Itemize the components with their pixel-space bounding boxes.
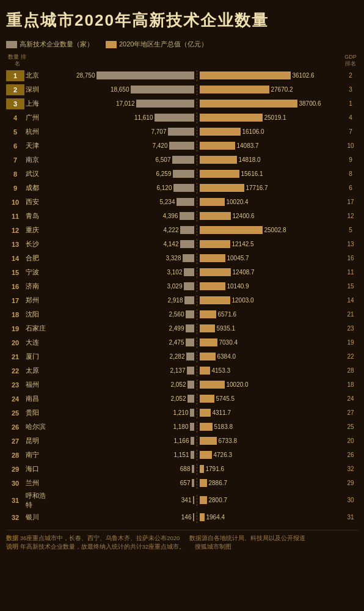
table-row: 7 南京 6,507 14818.0 9 [6, 154, 358, 166]
tech-bar [184, 282, 194, 290]
bars-section: 1,210 4311.7 [50, 408, 343, 419]
tech-value: 2,282 [162, 353, 185, 360]
table-row: 9 成都 6,120 17716.7 6 [6, 182, 358, 194]
bars-section: 688 1791.6 [50, 464, 343, 475]
gdp-value: 14083.7 [237, 142, 259, 149]
legend-right: 2020年地区生产总值（亿元） [106, 40, 208, 49]
bar-right-section: 10045.7 [197, 254, 344, 262]
tech-bar [186, 353, 194, 360]
gdp-rank: 23 [343, 325, 358, 332]
bars-section: 2,282 6384.0 [50, 351, 343, 362]
bar-left-section: 6,259 [50, 170, 197, 178]
tech-value: 6,120 [149, 185, 172, 191]
tech-bar [193, 513, 194, 521]
gdp-bar [200, 254, 225, 262]
bar-left-section: 2,282 [50, 353, 197, 360]
table-row: 15 宁波 3,102 12408.7 11 [6, 266, 358, 279]
gdp-bar [200, 409, 211, 417]
gdp-value: 5745.5 [216, 395, 235, 402]
city-name: 银川 [26, 513, 50, 522]
city-name: 杭州 [26, 127, 50, 136]
city-name: 成都 [26, 183, 50, 192]
gdp-value: 10020.4 [227, 199, 249, 205]
tech-value: 657 [167, 480, 191, 486]
tech-bar [172, 156, 194, 164]
rank-badge: 26 [6, 422, 24, 433]
bar-left-section: 7,420 [50, 142, 197, 150]
city-name: 上海 [26, 99, 50, 108]
gdp-value: 25002.8 [264, 227, 286, 233]
gdp-value: 5935.1 [217, 325, 236, 332]
rank-badge: 5 [6, 126, 24, 137]
tech-value: 4,222 [156, 227, 179, 233]
gdp-bar [200, 184, 244, 192]
tech-bar [168, 128, 194, 136]
bar-left-section: 17,012 [50, 100, 197, 108]
bars-section: 3,029 10140.9 [50, 281, 343, 292]
bars-section: 3,102 12408.7 [50, 267, 343, 278]
tech-value: 7,707 [144, 128, 167, 135]
tech-bar [183, 254, 194, 262]
gdp-value: 10140.9 [227, 283, 249, 290]
rank-badge: 2 [6, 84, 24, 95]
table-row: 22 太原 2,137 4153.3 28 [6, 365, 358, 377]
tech-value: 1,210 [166, 409, 189, 416]
bar-left-section: 11,610 [50, 114, 197, 122]
tech-value: 4,396 [155, 213, 178, 219]
bar-left-section: 18,650 [50, 86, 197, 93]
tech-value: 28,750 [72, 72, 95, 79]
tech-value: 146 [169, 514, 192, 521]
table-row: 32 银川 146 1964.4 31 [6, 511, 358, 524]
bar-right-section: 7030.4 [197, 338, 344, 346]
gdp-value: 4311.7 [213, 409, 231, 416]
city-name: 合肥 [26, 254, 50, 263]
bar-right-section: 4153.3 [197, 367, 344, 375]
gdp-value: 1791.6 [206, 466, 225, 472]
city-name: 广州 [26, 113, 50, 122]
bar-right-section: 12400.6 [197, 212, 344, 220]
gdp-bar [200, 128, 241, 136]
city-name: 大连 [26, 338, 50, 347]
gdp-value: 17716.7 [246, 185, 268, 191]
bars-section: 28,750 36102.6 [50, 70, 343, 81]
gdp-value: 12408.7 [233, 269, 255, 276]
bar-left-section: 2,560 [50, 310, 197, 318]
gdp-rank: 29 [343, 480, 358, 486]
gdp-value: 38700.6 [299, 100, 321, 107]
gdp-value: 10045.7 [227, 255, 249, 262]
bars-section: 2,499 5935.1 [50, 323, 343, 334]
table-row: 14 合肥 3,328 10045.7 16 [6, 252, 358, 265]
bar-right-section: 1964.4 [197, 513, 344, 521]
table-row: 18 沈阳 2,560 6571.6 21 [6, 309, 358, 321]
bar-left-section: 2,052 [50, 381, 197, 389]
footer-note: 数据 36座重点城市中，长春、西宁、乌鲁木齐、拉萨未公布2020 数据源自各地统… [6, 534, 358, 543]
bars-section: 2,918 12003.0 [50, 295, 343, 306]
bars-section: 7,707 16106.0 [50, 126, 343, 137]
gdp-rank: 1 [343, 100, 358, 107]
table-row: 20 大连 2,475 7030.4 19 [6, 337, 358, 349]
table-row: 3 上海 17,012 38700.6 1 [6, 98, 358, 110]
rank-badge: 17 [6, 295, 24, 306]
gdp-value: 4726.3 [214, 452, 233, 458]
tech-bar [190, 409, 194, 417]
bar-right-section: 15616.1 [197, 170, 344, 178]
table-row: 28 南宁 1,151 4726.3 26 [6, 449, 358, 461]
bars-section: 2,137 4153.3 [50, 365, 343, 376]
gdp-bar [200, 395, 214, 403]
bar-left-section: 1,151 [50, 451, 197, 459]
gdp-bar [200, 282, 225, 290]
tech-bar [192, 479, 194, 487]
tech-bar [186, 338, 194, 346]
gdp-rank: 25 [343, 423, 358, 430]
gdp-rank: 26 [343, 452, 358, 458]
tech-value: 2,475 [161, 339, 184, 346]
gdp-rank: 17 [343, 199, 358, 205]
bars-section: 3,328 10045.7 [50, 253, 343, 264]
gdp-bar [200, 479, 207, 487]
bar-right-section: 12408.7 [197, 268, 344, 276]
gdp-value: 15616.1 [241, 170, 263, 177]
tech-value: 1,151 [166, 452, 189, 458]
gdp-value: 6384.0 [217, 353, 236, 360]
bars-section: 17,012 38700.6 [50, 98, 343, 109]
city-name: 宁波 [26, 268, 50, 277]
